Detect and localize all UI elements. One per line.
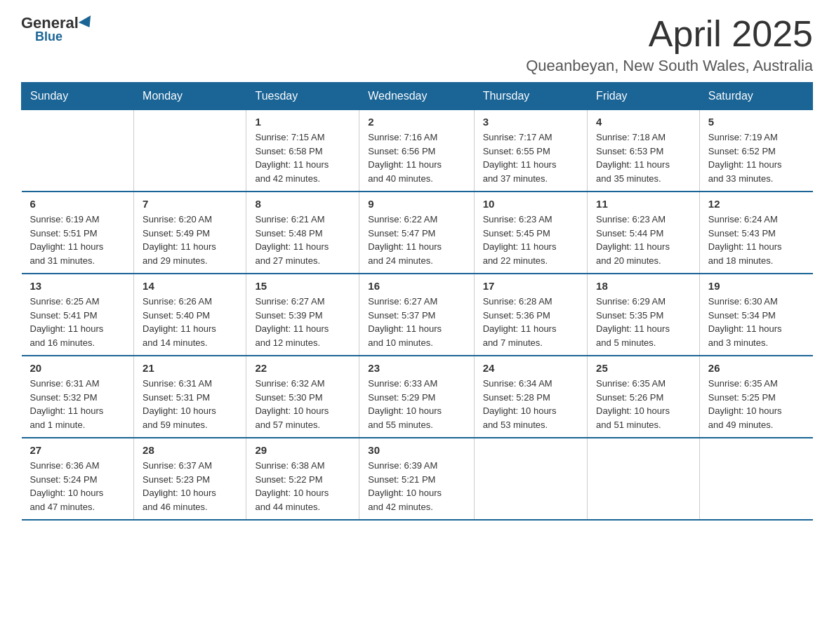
day-info: Sunrise: 6:32 AMSunset: 5:30 PMDaylight:… (255, 377, 350, 431)
day-number: 23 (368, 362, 465, 374)
day-info: Sunrise: 6:37 AMSunset: 5:23 PMDaylight:… (143, 459, 237, 514)
day-number: 13 (30, 280, 126, 292)
calendar-day-22: 22Sunrise: 6:32 AMSunset: 5:30 PMDayligh… (246, 356, 359, 438)
day-info: Sunrise: 6:31 AMSunset: 5:32 PMDaylight:… (30, 377, 126, 431)
calendar-week-row: 27Sunrise: 6:36 AMSunset: 5:24 PMDayligh… (22, 438, 813, 520)
calendar-day-5: 5Sunrise: 7:19 AMSunset: 6:52 PMDaylight… (699, 110, 812, 192)
calendar-week-row: 6Sunrise: 6:19 AMSunset: 5:51 PMDaylight… (22, 192, 813, 274)
day-number: 4 (596, 116, 691, 128)
day-info: Sunrise: 6:34 AMSunset: 5:28 PMDaylight:… (483, 377, 578, 431)
day-info: Sunrise: 7:19 AMSunset: 6:52 PMDaylight:… (708, 130, 805, 185)
day-number: 14 (143, 280, 237, 292)
day-info: Sunrise: 6:20 AMSunset: 5:49 PMDaylight:… (143, 213, 237, 267)
day-info: Sunrise: 7:16 AMSunset: 6:56 PMDaylight:… (368, 130, 465, 185)
calendar-table: SundayMondayTuesdayWednesdayThursdayFrid… (21, 82, 813, 521)
day-info: Sunrise: 7:15 AMSunset: 6:58 PMDaylight:… (255, 130, 350, 185)
day-number: 19 (708, 280, 805, 292)
day-number: 27 (30, 444, 126, 456)
day-number: 20 (30, 362, 126, 374)
day-info: Sunrise: 6:39 AMSunset: 5:21 PMDaylight:… (368, 459, 465, 514)
day-header-tuesday: Tuesday (246, 83, 359, 110)
calendar-day-30: 30Sunrise: 6:39 AMSunset: 5:21 PMDayligh… (359, 438, 474, 520)
day-header-row: SundayMondayTuesdayWednesdayThursdayFrid… (22, 83, 813, 110)
day-number: 28 (143, 444, 237, 456)
day-number: 17 (483, 280, 578, 292)
calendar-day-11: 11Sunrise: 6:23 AMSunset: 5:44 PMDayligh… (588, 192, 700, 274)
day-header-wednesday: Wednesday (359, 83, 474, 110)
day-info: Sunrise: 6:23 AMSunset: 5:44 PMDaylight:… (596, 213, 691, 267)
month-title: April 2025 (526, 14, 813, 54)
day-header-monday: Monday (134, 83, 246, 110)
calendar-day-17: 17Sunrise: 6:28 AMSunset: 5:36 PMDayligh… (474, 274, 587, 356)
calendar-day-2: 2Sunrise: 7:16 AMSunset: 6:56 PMDaylight… (359, 110, 474, 192)
calendar-day-7: 7Sunrise: 6:20 AMSunset: 5:49 PMDaylight… (134, 192, 246, 274)
calendar-day-21: 21Sunrise: 6:31 AMSunset: 5:31 PMDayligh… (134, 356, 246, 438)
calendar-day-24: 24Sunrise: 6:34 AMSunset: 5:28 PMDayligh… (474, 356, 587, 438)
day-number: 5 (708, 116, 805, 128)
calendar-header: SundayMondayTuesdayWednesdayThursdayFrid… (22, 83, 813, 110)
day-info: Sunrise: 6:27 AMSunset: 5:37 PMDaylight:… (368, 295, 465, 349)
empty-cell (134, 110, 246, 192)
day-header-thursday: Thursday (474, 83, 587, 110)
day-number: 26 (708, 362, 805, 374)
calendar-day-19: 19Sunrise: 6:30 AMSunset: 5:34 PMDayligh… (699, 274, 812, 356)
day-number: 7 (143, 198, 237, 210)
day-number: 3 (483, 116, 578, 128)
day-number: 9 (368, 198, 465, 210)
day-header-saturday: Saturday (699, 83, 812, 110)
day-info: Sunrise: 6:30 AMSunset: 5:34 PMDaylight:… (708, 295, 805, 349)
logo-arrow-icon (79, 15, 95, 31)
day-info: Sunrise: 6:35 AMSunset: 5:25 PMDaylight:… (708, 377, 805, 431)
day-number: 21 (143, 362, 237, 374)
day-number: 12 (708, 198, 805, 210)
day-number: 29 (255, 444, 350, 456)
day-number: 24 (483, 362, 578, 374)
calendar-day-16: 16Sunrise: 6:27 AMSunset: 5:37 PMDayligh… (359, 274, 474, 356)
day-number: 25 (596, 362, 691, 374)
calendar-day-9: 9Sunrise: 6:22 AMSunset: 5:47 PMDaylight… (359, 192, 474, 274)
day-number: 2 (368, 116, 465, 128)
day-info: Sunrise: 6:24 AMSunset: 5:43 PMDaylight:… (708, 213, 805, 267)
calendar-day-6: 6Sunrise: 6:19 AMSunset: 5:51 PMDaylight… (22, 192, 134, 274)
day-number: 18 (596, 280, 691, 292)
calendar-day-4: 4Sunrise: 7:18 AMSunset: 6:53 PMDaylight… (588, 110, 700, 192)
page-header: General Blue April 2025 Queanbeyan, New … (21, 14, 813, 75)
calendar-week-row: 1Sunrise: 7:15 AMSunset: 6:58 PMDaylight… (22, 110, 813, 192)
day-number: 10 (483, 198, 578, 210)
calendar-day-3: 3Sunrise: 7:17 AMSunset: 6:55 PMDaylight… (474, 110, 587, 192)
calendar-day-8: 8Sunrise: 6:21 AMSunset: 5:48 PMDaylight… (246, 192, 359, 274)
calendar-day-23: 23Sunrise: 6:33 AMSunset: 5:29 PMDayligh… (359, 356, 474, 438)
day-header-sunday: Sunday (22, 83, 134, 110)
day-info: Sunrise: 6:36 AMSunset: 5:24 PMDaylight:… (30, 459, 126, 514)
day-info: Sunrise: 6:19 AMSunset: 5:51 PMDaylight:… (30, 213, 126, 267)
empty-cell (474, 438, 587, 520)
day-info: Sunrise: 6:28 AMSunset: 5:36 PMDaylight:… (483, 295, 578, 349)
day-info: Sunrise: 6:22 AMSunset: 5:47 PMDaylight:… (368, 213, 465, 267)
day-info: Sunrise: 6:29 AMSunset: 5:35 PMDaylight:… (596, 295, 691, 349)
day-number: 22 (255, 362, 350, 374)
calendar-day-29: 29Sunrise: 6:38 AMSunset: 5:22 PMDayligh… (246, 438, 359, 520)
day-info: Sunrise: 6:23 AMSunset: 5:45 PMDaylight:… (483, 213, 578, 267)
calendar-day-12: 12Sunrise: 6:24 AMSunset: 5:43 PMDayligh… (699, 192, 812, 274)
calendar-day-20: 20Sunrise: 6:31 AMSunset: 5:32 PMDayligh… (22, 356, 134, 438)
day-info: Sunrise: 7:18 AMSunset: 6:53 PMDaylight:… (596, 130, 691, 185)
calendar-day-26: 26Sunrise: 6:35 AMSunset: 5:25 PMDayligh… (699, 356, 812, 438)
day-number: 11 (596, 198, 691, 210)
day-number: 6 (30, 198, 126, 210)
day-info: Sunrise: 6:21 AMSunset: 5:48 PMDaylight:… (255, 213, 350, 267)
calendar-day-15: 15Sunrise: 6:27 AMSunset: 5:39 PMDayligh… (246, 274, 359, 356)
empty-cell (588, 438, 700, 520)
calendar-day-18: 18Sunrise: 6:29 AMSunset: 5:35 PMDayligh… (588, 274, 700, 356)
day-info: Sunrise: 6:31 AMSunset: 5:31 PMDaylight:… (143, 377, 237, 431)
empty-cell (22, 110, 134, 192)
logo-blue-text: Blue (35, 29, 62, 44)
day-number: 8 (255, 198, 350, 210)
day-info: Sunrise: 6:27 AMSunset: 5:39 PMDaylight:… (255, 295, 350, 349)
day-info: Sunrise: 6:35 AMSunset: 5:26 PMDaylight:… (596, 377, 691, 431)
day-number: 16 (368, 280, 465, 292)
calendar-week-row: 13Sunrise: 6:25 AMSunset: 5:41 PMDayligh… (22, 274, 813, 356)
day-info: Sunrise: 6:26 AMSunset: 5:40 PMDaylight:… (143, 295, 237, 349)
calendar-day-27: 27Sunrise: 6:36 AMSunset: 5:24 PMDayligh… (22, 438, 134, 520)
calendar-day-25: 25Sunrise: 6:35 AMSunset: 5:26 PMDayligh… (588, 356, 700, 438)
day-number: 30 (368, 444, 465, 456)
